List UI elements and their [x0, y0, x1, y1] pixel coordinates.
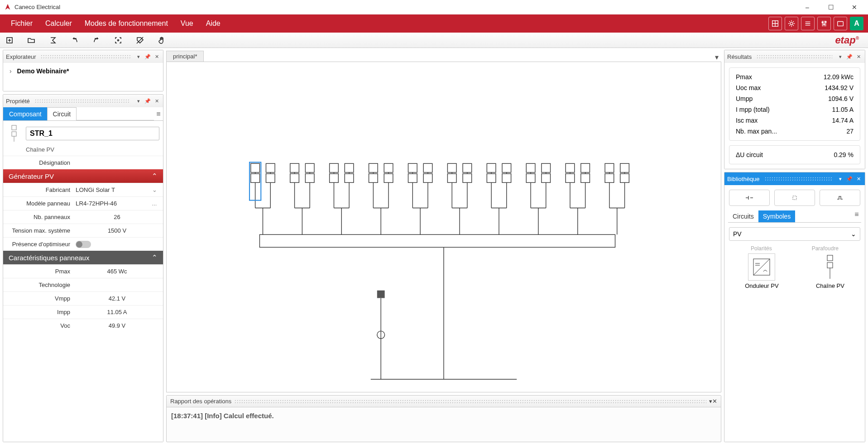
tech-label: Technologie: [8, 282, 76, 288]
library-panel: Bibliothèque ▾ 📌 ✕ Circuits Symboles ≡: [724, 172, 865, 442]
library-tab-circuits[interactable]: Circuits: [728, 210, 758, 222]
svg-rect-31: [305, 163, 314, 172]
hand-pan-icon[interactable]: [157, 35, 167, 45]
svg-rect-9: [12, 132, 16, 136]
new-file-icon[interactable]: [5, 35, 14, 45]
menu-calculer[interactable]: Calculer: [39, 14, 78, 33]
property-title: Propriété: [6, 98, 30, 105]
svg-rect-79: [542, 163, 551, 172]
window-maximize-button[interactable]: ☐: [821, 1, 841, 14]
menu-vue[interactable]: Vue: [174, 14, 200, 33]
pin-icon[interactable]: 📌: [846, 53, 853, 60]
pin-icon[interactable]: 📌: [144, 53, 151, 60]
dropdown-icon[interactable]: ⌄: [150, 186, 158, 193]
modele-input[interactable]: [76, 200, 150, 207]
undo-icon[interactable]: [70, 35, 80, 45]
close-icon[interactable]: ✕: [855, 53, 862, 60]
menu-fichier[interactable]: Fichier: [5, 14, 39, 33]
workspace: Explorateur ▾ 📌 ✕ › Demo Webinaire* Prop…: [0, 48, 868, 444]
svg-point-2: [822, 22, 823, 23]
canvas[interactable]: /* placeholder */: [166, 62, 721, 392]
svg-rect-80: [542, 174, 551, 183]
library-mode-2-button[interactable]: [774, 190, 815, 206]
library-mode-3-button[interactable]: [820, 190, 860, 206]
svg-rect-64: [463, 174, 472, 183]
library-item-label: Chaîne PV: [816, 282, 844, 289]
toolbar-list-icon[interactable]: [801, 17, 815, 30]
nb-panneaux-label: Nb. panneaux: [8, 214, 76, 220]
results-title: Résultats: [727, 53, 752, 60]
tag-off-icon[interactable]: [135, 35, 145, 45]
tab-circuit[interactable]: Circuit: [47, 107, 77, 120]
svg-point-1: [790, 22, 792, 24]
close-icon[interactable]: ✕: [153, 97, 160, 105]
section-generator[interactable]: Générateur PV⌃: [3, 169, 163, 183]
redo-icon[interactable]: [91, 35, 101, 45]
svg-point-3: [824, 24, 825, 25]
open-folder-icon[interactable]: [26, 35, 36, 45]
canvas-tab-principal[interactable]: principal*: [166, 51, 204, 62]
sigma-icon[interactable]: [48, 35, 58, 45]
svg-rect-56: [423, 174, 432, 183]
vmpp-label: Vmpp: [8, 295, 76, 302]
pin-icon[interactable]: 📌: [846, 175, 853, 182]
library-item-chaine[interactable]: Chaîne PV: [816, 252, 844, 289]
window-minimize-button[interactable]: –: [797, 1, 817, 14]
close-icon[interactable]: ✕: [712, 398, 717, 405]
library-tab-menu-icon[interactable]: ≡: [852, 210, 861, 222]
menu-aide[interactable]: Aide: [200, 14, 227, 33]
chevron-down-icon[interactable]: ▾: [135, 53, 142, 60]
voc-value: 49.9 V: [76, 322, 158, 329]
svg-rect-85: [566, 174, 575, 183]
result-row: I mpp (total)11.05 A: [733, 104, 856, 115]
nb-panneaux-value[interactable]: 26: [76, 214, 158, 220]
fabricant-input[interactable]: [76, 186, 150, 193]
svg-point-4: [825, 21, 826, 23]
toolbar-folder-icon[interactable]: [834, 17, 847, 30]
tab-menu-icon[interactable]: ≡: [154, 107, 163, 120]
library-tab-symboles[interactable]: Symboles: [758, 210, 795, 222]
optimiseur-label: Présence d'optimiseur: [8, 241, 76, 248]
user-avatar[interactable]: A: [850, 17, 863, 30]
svg-point-7: [118, 39, 119, 41]
toolbar-grid-icon[interactable]: [768, 17, 782, 30]
library-title: Bibliothèque: [727, 176, 760, 182]
svg-rect-48: [384, 174, 393, 183]
svg-rect-53: [408, 174, 417, 183]
toolbar-gear-icon[interactable]: [785, 17, 798, 30]
svg-rect-77: [526, 174, 535, 183]
chevron-down-icon[interactable]: ▾: [837, 175, 844, 182]
tree-root-label: Demo Webinaire*: [17, 67, 69, 75]
library-category-select[interactable]: PV ⌄: [729, 227, 860, 241]
toolbar: etap®: [0, 33, 868, 48]
svg-rect-98: [793, 196, 796, 200]
tension-label: Tension max. système: [8, 227, 76, 234]
schematic-diagram: /* placeholder */: [167, 62, 721, 392]
close-icon[interactable]: ✕: [855, 175, 862, 182]
menu-modes[interactable]: Modes de fonctionnement: [78, 14, 174, 33]
section-carac-label: Caractéristiques panneaux: [9, 254, 89, 262]
section-caracteristiques[interactable]: Caractéristiques panneaux⌃: [3, 251, 163, 264]
canvas-tab-menu-icon[interactable]: ▾: [712, 53, 721, 62]
tension-value[interactable]: 1500 V: [76, 227, 158, 234]
library-item-onduleur[interactable]: Onduleur PV: [745, 252, 778, 289]
canvas-tabs: principal* ▾: [166, 50, 721, 62]
more-icon[interactable]: ...: [150, 200, 158, 207]
tab-composant[interactable]: Composant: [3, 107, 48, 120]
chevron-down-icon[interactable]: ▾: [837, 53, 844, 60]
optimiseur-toggle[interactable]: [76, 241, 91, 248]
library-mode-1-button[interactable]: [729, 190, 770, 206]
window-close-button[interactable]: ✕: [844, 1, 864, 14]
svg-rect-60: [447, 163, 456, 172]
oplog-title: Rapport des opérations: [170, 398, 231, 405]
chevron-down-icon[interactable]: ▾: [135, 97, 142, 105]
chevron-down-icon[interactable]: ▾: [709, 398, 712, 405]
pin-icon[interactable]: 📌: [144, 97, 151, 105]
component-name-input[interactable]: [26, 127, 159, 140]
panel-grip: [756, 54, 832, 59]
toolbar-sliders-icon[interactable]: [817, 17, 831, 30]
expand-icon[interactable]: ›: [10, 67, 12, 75]
focus-icon[interactable]: [113, 35, 123, 45]
tree-root[interactable]: › Demo Webinaire*: [3, 63, 163, 75]
close-icon[interactable]: ✕: [153, 53, 160, 60]
